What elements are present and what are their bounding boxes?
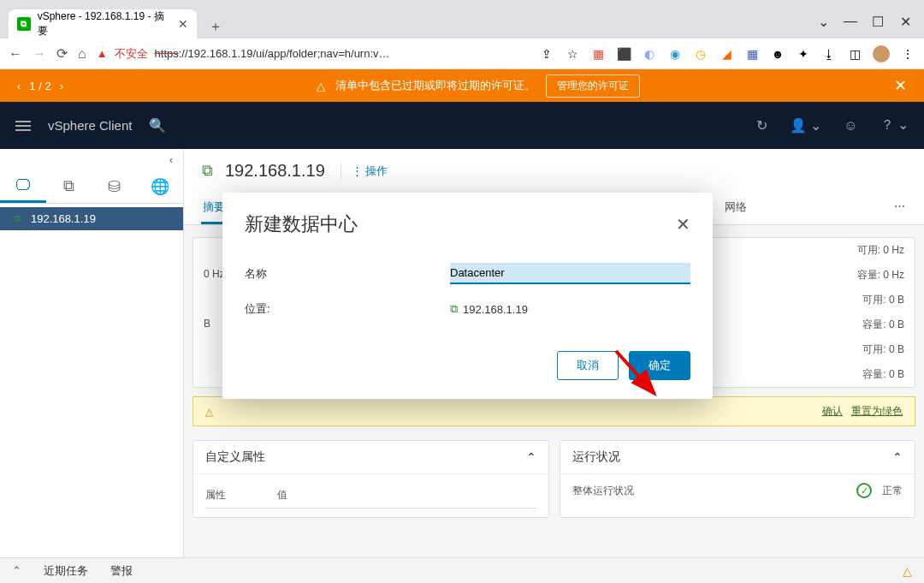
new-tab-button[interactable]: ＋ [204, 15, 228, 39]
menu-burger-icon[interactable] [15, 121, 31, 131]
nav-home-icon[interactable]: ⌂ [78, 46, 86, 62]
dialog-title: 新建数据中心 [245, 211, 358, 237]
vcenter-icon: ⧉ [201, 165, 213, 177]
ext7-icon[interactable]: ▦ [744, 46, 760, 62]
tab-more-icon[interactable]: ⋯ [892, 193, 907, 224]
ext1-icon[interactable]: ▦ [590, 46, 606, 62]
profile-avatar-icon[interactable] [873, 45, 890, 62]
nav-back-icon[interactable]: ← [9, 46, 22, 62]
tab-network[interactable]: 网络 [723, 193, 749, 224]
vcenter-icon: ⧉ [450, 302, 458, 316]
new-datacenter-dialog: 新建数据中心 ✕ 名称 位置: ⧉ 192.168.1.19 取消 确定 [222, 193, 713, 399]
warn-prev-icon[interactable]: ‹ [17, 80, 21, 92]
alert-triangle-icon: △ [205, 406, 213, 418]
recent-tasks-link[interactable]: 近期任务 [44, 563, 88, 579]
tree-vcenter-item[interactable]: ⧉ 192.168.1.19 [0, 207, 183, 230]
dialog-close-icon[interactable]: ✕ [676, 214, 690, 235]
ok-check-icon: ✓ [856, 483, 872, 498]
tab-title: vSphere - 192.168.1.19 - 摘要 [38, 9, 171, 39]
health-label: 整体运行状况 [572, 484, 634, 498]
nav-forward-icon[interactable]: → [33, 46, 46, 62]
window-maximize-icon[interactable]: ☐ [866, 9, 890, 33]
search-icon[interactable]: 🔍 [149, 117, 166, 134]
puzzle-icon[interactable]: ✦ [796, 46, 811, 62]
share-icon[interactable]: ⇪ [539, 46, 554, 62]
license-warning-bar: ‹ 1 / 2 › △ 清单中包含已过期或即将过期的许可证。 管理您的许可证 ✕ [0, 69, 924, 102]
manage-license-button[interactable]: 管理您的许可证 [546, 74, 640, 98]
alert-reset-link[interactable]: 重置为绿色 [851, 404, 903, 419]
inv-hosts-tab[interactable]: 🖵 [0, 170, 46, 203]
smile-icon[interactable]: ☺ [844, 118, 857, 134]
panel-collapse-icon[interactable]: ⌃ [526, 450, 536, 464]
menu-dots-icon[interactable]: ⋮ [900, 46, 915, 62]
ext3-icon[interactable]: ◐ [642, 46, 657, 62]
health-status: 正常 [882, 484, 903, 498]
warn-counter: 1 / 2 [29, 80, 50, 92]
alert-ack-link[interactable]: 确认 [822, 404, 843, 419]
warning-close-icon[interactable]: ✕ [894, 76, 907, 95]
panel-collapse-icon[interactable]: ⌃ [892, 450, 903, 464]
address-bar[interactable]: ▲ 不安全 https://192.168.1.19/ui/app/folder… [97, 46, 439, 62]
download-icon[interactable]: ⭳ [821, 46, 837, 62]
url-text: https://192.168.1.19/ui/app/folder;nav=h… [155, 47, 390, 60]
refresh-icon[interactable]: ↻ [756, 117, 767, 134]
ext5-icon[interactable]: ◷ [693, 46, 708, 62]
sidepanel-icon[interactable]: ◫ [847, 46, 862, 62]
browser-tab[interactable]: ⧉ vSphere - 192.168.1.19 - 摘要 ✕ [9, 9, 197, 39]
vcenter-icon: ⧉ [12, 213, 24, 225]
star-icon[interactable]: ☆ [565, 46, 580, 62]
name-label: 名称 [245, 266, 450, 282]
help-icon[interactable]: ？ ⌄ [880, 116, 909, 134]
tree-item-label: 192.168.1.19 [31, 212, 96, 225]
sidebar-collapse-icon[interactable]: ‹ [0, 149, 183, 170]
location-value: 192.168.1.19 [463, 303, 528, 316]
warning-triangle-icon: △ [317, 80, 325, 92]
custom-attrs-panel: 自定义属性⌃ 属性值 [192, 440, 549, 518]
ok-button[interactable]: 确定 [629, 351, 690, 380]
ext4-icon[interactable]: ◉ [667, 46, 683, 62]
ext2-icon[interactable]: ⬛ [616, 46, 631, 62]
location-label: 位置: [245, 301, 450, 317]
tab-close-icon[interactable]: ✕ [178, 17, 188, 31]
warning-message: 清单中包含已过期或即将过期的许可证。 [335, 78, 536, 93]
insecure-warning-icon: ▲ [97, 47, 108, 60]
ext8-icon[interactable]: ☻ [770, 46, 785, 62]
footer-warning-icon: △ [903, 564, 912, 578]
window-close-icon[interactable]: ✕ [893, 9, 917, 33]
inv-vms-tab[interactable]: ⧉ [46, 170, 92, 203]
page-title: 192.168.1.19 [225, 161, 325, 181]
health-panel: 运行状况⌃ 整体运行状况 ✓ 正常 [560, 440, 916, 518]
alarms-link[interactable]: 警报 [110, 563, 133, 579]
ext6-icon[interactable]: ◢ [719, 46, 734, 62]
inv-storage-tab[interactable]: ⛁ [92, 170, 138, 203]
chevron-down-icon[interactable]: ⌄ [811, 9, 835, 33]
window-minimize-icon[interactable]: — [838, 9, 862, 33]
app-name: vSphere Client [48, 118, 132, 133]
nav-reload-icon[interactable]: ⟳ [56, 45, 68, 62]
health-alert-bar: △ 确认 重置为绿色 [192, 396, 915, 426]
footer-expand-icon[interactable]: ⌃ [12, 564, 21, 577]
insecure-label: 不安全 [115, 46, 148, 62]
user-menu-icon[interactable]: 👤 ⌄ [790, 117, 821, 134]
inv-network-tab[interactable]: 🌐 [138, 170, 184, 203]
actions-menu[interactable]: ⋮ 操作 [341, 164, 388, 179]
vsphere-favicon-icon: ⧉ [17, 17, 31, 31]
cancel-button[interactable]: 取消 [557, 351, 619, 380]
datacenter-name-input[interactable] [450, 263, 690, 284]
